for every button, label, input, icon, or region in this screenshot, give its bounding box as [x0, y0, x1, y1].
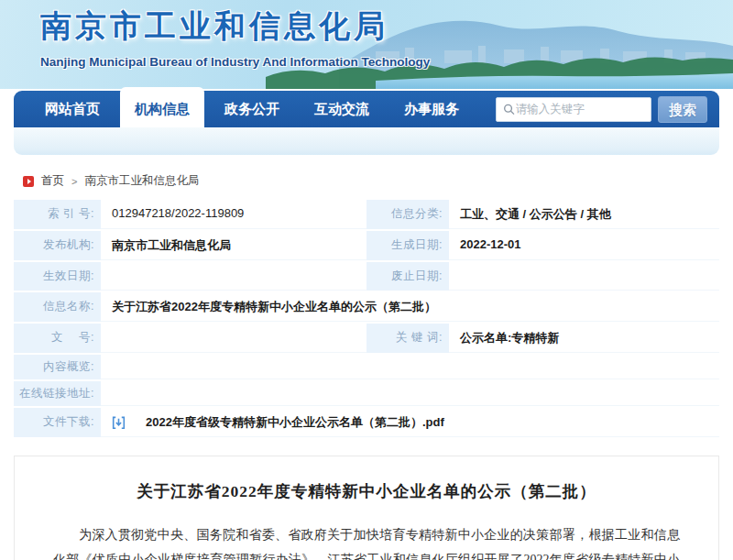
search-box[interactable] [496, 97, 651, 122]
attachment-file-link[interactable]: 2022年度省级专精特新中小企业公示名单（第二批）.pdf [146, 414, 444, 431]
download-icon[interactable] [112, 416, 126, 430]
site-banner: 南京市工业和信息化局 Nanjing Municipal Bureau of I… [0, 0, 733, 89]
breadcrumb-separator: > [71, 176, 77, 187]
table-row: 索 引 号: 012947218/2022-119809 信息分类: 工业、交通… [14, 200, 719, 229]
effective-date [101, 262, 366, 291]
tab-org-info[interactable]: 机构信息 [120, 87, 204, 127]
info-title: 关于江苏省2022年度专精特新中小企业名单的公示（第二批） [101, 292, 719, 322]
search-button[interactable]: 搜索 [658, 96, 707, 123]
document-info-table: 索 引 号: 012947218/2022-119809 信息分类: 工业、交通… [14, 200, 719, 437]
row-label: 内容概览: [14, 355, 101, 379]
tab-home[interactable]: 网站首页 [30, 91, 115, 127]
site-title-english: Nanjing Municipal Bureau of Industry And… [40, 55, 430, 69]
row-label: 在线链接地址: [14, 381, 101, 406]
row-label: 索 引 号: [14, 200, 101, 229]
row-label: 废止日期: [366, 262, 449, 291]
breadcrumb-current[interactable]: 南京市工业和信息化局 [84, 173, 199, 189]
publisher: 南京市工业和信息化局 [101, 231, 366, 260]
row-label: 生成日期: [366, 231, 449, 260]
site-title: 南京市工业和信息化局 [40, 5, 430, 48]
table-row: 信息名称: 关于江苏省2022年度专精特新中小企业名单的公示（第二批） [14, 291, 719, 322]
search-icon [503, 103, 516, 116]
row-label: 关 键 词: [366, 324, 449, 353]
table-row: 发布机构: 南京市工业和信息化局 生成日期: 2022-12-01 [14, 229, 719, 260]
online-link [101, 381, 719, 406]
tab-interaction[interactable]: 互动交流 [300, 91, 384, 127]
tab-services[interactable]: 办事服务 [389, 91, 474, 127]
search-input[interactable] [516, 103, 644, 115]
index-number: 012947218/2022-119809 [101, 200, 366, 229]
row-label: 生效日期: [14, 262, 101, 291]
table-row: 在线链接地址: [14, 379, 719, 406]
main-navigation: 网站首页 机构信息 政务公开 互动交流 办事服务 搜索 [14, 91, 719, 155]
table-row: 内容概览: [14, 353, 719, 379]
doc-number [101, 324, 366, 353]
article-title: 关于江苏省2022年度专精特新中小企业名单的公示（第二批） [53, 480, 680, 502]
info-category: 工业、交通 / 公示公告 / 其他 [449, 200, 719, 229]
row-label: 文 号: [14, 324, 101, 353]
home-icon [23, 176, 34, 187]
table-row: 文 号: 关 键 词: 公示名单:专精特新 [14, 322, 719, 353]
row-label: 信息分类: [366, 200, 449, 229]
expiry-date [449, 262, 719, 291]
nav-subbar [14, 127, 719, 155]
publish-date: 2022-12-01 [449, 231, 719, 260]
row-label: 文件下载: [14, 408, 101, 437]
row-label: 信息名称: [14, 292, 101, 322]
breadcrumb: 首页 > 南京市工业和信息化局 [23, 173, 710, 189]
breadcrumb-home[interactable]: 首页 [41, 173, 64, 189]
content-overview [101, 355, 719, 379]
keywords: 公示名单:专精特新 [449, 324, 719, 353]
table-row: 文件下载: 2022年度省级专精特新中小企业公示名单（第二批）.pdf [14, 406, 719, 437]
tab-gov-affairs[interactable]: 政务公开 [210, 91, 294, 127]
row-label: 发布机构: [14, 231, 101, 260]
article-paragraph: 为深入贯彻党中央、国务院和省委、省政府关于加快培育专精特新中小企业的决策部署，根… [53, 522, 680, 560]
table-row: 生效日期: 废止日期: [14, 260, 719, 291]
article-body: 关于江苏省2022年度专精特新中小企业名单的公示（第二批） 为深入贯彻党中央、国… [14, 456, 719, 560]
